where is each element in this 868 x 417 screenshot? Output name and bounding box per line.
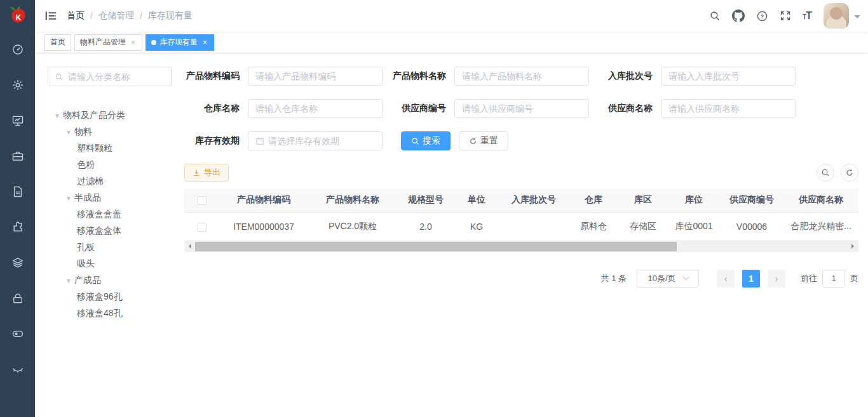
input-field[interactable] [268,136,375,146]
sidebar-item-dashboard-icon[interactable] [0,32,35,67]
tree-expand-icon[interactable]: ▼ [54,112,63,119]
category-search-input[interactable] [48,67,172,86]
tree-node[interactable]: 过滤棉 [48,173,178,190]
text-input[interactable] [248,67,383,86]
horizontal-scrollbar-thumb[interactable] [195,242,677,251]
pagination-total: 共 1 条 [601,273,627,284]
tree-node[interactable]: ▼物料及产品分类 [48,107,178,124]
reset-button[interactable]: 重置 [459,131,508,150]
tree-expand-icon[interactable]: ▼ [65,277,74,284]
category-search-field[interactable] [68,72,157,82]
github-icon[interactable] [726,0,750,32]
close-icon[interactable]: × [130,38,137,47]
sidebar-item-monitor-chart-icon[interactable] [0,103,35,138]
input-field[interactable] [255,103,375,114]
breadcrumb-item: 库存现有量 [148,10,193,22]
tree-expand-icon[interactable]: ▼ [65,195,74,202]
tab-1[interactable]: 首页 [44,34,71,51]
breadcrumb-item[interactable]: 首页 [67,10,85,22]
page-content: ▼物料及产品分类▼物料塑料颗粒色粉过滤棉▼半成品移液盒盒盖移液盒盒体孔板吸头▼产… [35,53,868,416]
input-field[interactable] [462,103,581,114]
svg-text:?: ? [761,13,764,19]
table-cell: PVC2.0颗粒 [308,212,397,241]
table-refresh-button[interactable] [841,164,858,182]
tree-node[interactable]: 吸头 [48,256,178,272]
tree-expand-icon[interactable]: ▼ [65,129,74,136]
prev-page-button[interactable]: ‹ [717,270,735,288]
fullscreen-icon[interactable] [774,0,797,32]
input-field[interactable] [462,71,581,81]
form-label: 供应商名称 [597,103,661,114]
export-button[interactable]: 导出 [184,164,229,182]
search-button[interactable]: 搜索 [401,131,451,150]
sidebar-item-puzzle-icon[interactable] [0,209,35,245]
table-toolbar: 导出 [184,164,858,182]
next-page-button[interactable]: › [768,270,785,288]
form-label: 供应商编号 [391,103,454,114]
help-icon[interactable]: ? [750,0,774,32]
horizontal-scrollbar[interactable] [184,241,858,252]
user-avatar[interactable] [824,3,849,29]
goto-label: 前往 [801,273,817,284]
tree-node[interactable]: ▼物料 [48,124,178,140]
column-header: 产品物料名称 [308,189,397,212]
form-item: 产品物料编码 [184,67,391,86]
text-input[interactable] [454,67,589,86]
goto-page-input[interactable] [822,270,845,288]
page-size-select[interactable]: 10条/页 [637,270,699,288]
close-icon[interactable]: × [201,38,208,47]
row-checkbox[interactable] [198,223,207,232]
text-input[interactable] [661,99,796,118]
sidebar-item-settings-icon[interactable] [0,67,35,103]
text-input[interactable] [248,99,383,118]
search-icon [821,168,830,177]
tree-node[interactable]: 移液盒96孔 [48,289,178,305]
tree-node[interactable]: 色粉 [48,157,178,173]
tree-node[interactable]: 移液盒48孔 [48,305,178,322]
tree-node[interactable]: ▼产成品 [48,272,178,289]
table-cell [499,212,569,241]
sidebar-item-lock-icon[interactable] [0,281,35,316]
tree-node[interactable]: 塑料颗粒 [48,140,178,157]
input-field[interactable] [668,71,788,81]
input-field[interactable] [668,103,788,114]
scroll-left-arrow[interactable] [184,241,195,252]
tree-node-label: 色粉 [77,159,95,171]
tree-node[interactable]: 孔板 [48,239,178,256]
page-size-value: 10条/页 [648,273,675,284]
top-navbar: 首页/仓储管理/库存现有量 ?TT [35,0,868,32]
table-cell: 原料仓 [569,212,618,241]
tree-node[interactable]: 移液盒盒体 [48,223,178,239]
sidebar-item-eye-closed-icon[interactable] [0,352,35,387]
search-icon[interactable] [703,0,726,32]
tree-node-label: 移液盒48孔 [77,308,123,319]
page-number-button[interactable]: 1 [742,270,760,288]
tree-node[interactable]: 移液盒盒盖 [48,206,178,223]
select-all-checkbox[interactable] [198,196,207,205]
text-input[interactable] [661,67,796,86]
tree-node-label: 孔板 [77,242,95,253]
sidebar-item-layers-icon[interactable] [0,245,35,281]
input-field[interactable] [255,71,375,81]
caret-down-icon[interactable] [854,15,860,22]
date-picker-input[interactable] [248,131,383,150]
column-header: 库位 [668,189,720,212]
inventory-table: 产品物料编码产品物料名称规格型号单位入库批次号仓库库区库位供应商编号供应商名称 … [184,189,858,241]
font-size-icon[interactable]: TT [797,0,817,32]
tree-node[interactable]: ▼半成品 [48,190,178,206]
form-label: 入库批次号 [597,70,661,82]
goto-unit: 页 [850,273,858,284]
table-search-toggle-button[interactable] [817,164,834,182]
scroll-right-arrow[interactable] [848,241,858,252]
sidebar-item-briefcase-icon[interactable] [0,138,35,174]
text-input[interactable] [454,99,589,118]
sidebar-item-document-icon[interactable] [0,174,35,209]
tab-2[interactable]: 物料产品管理× [74,34,142,51]
form-item: 供应商名称 [597,99,804,118]
tab-3[interactable]: 库存现有量× [146,34,214,51]
hamburger-icon[interactable] [35,10,67,22]
table-row[interactable]: ITEM00000037PVC2.0颗粒2.0KG原料仓存储区库位0001V00… [184,212,858,241]
sidebar-item-toggle-icon[interactable] [0,316,35,352]
tree-node-label: 产成品 [74,275,101,286]
column-header: 供应商编号 [720,189,783,212]
